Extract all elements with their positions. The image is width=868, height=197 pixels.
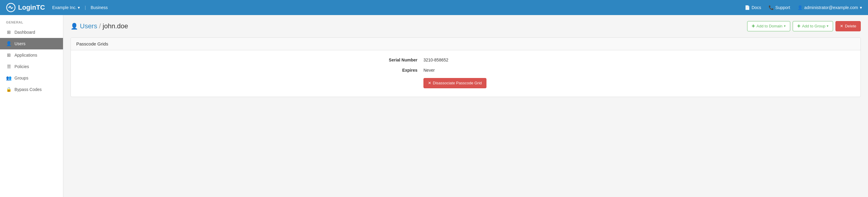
expires-row: Expires Never [375,68,556,73]
page-header: 👤 Users / john.doe ✚ Add to Domain ▾ ✚ A… [70,21,861,31]
policies-icon: ☰ [6,64,11,69]
serial-number-value: 3210-858652 [424,58,448,62]
expires-value: Never [424,68,435,73]
breadcrumb-parent[interactable]: Users [80,22,97,30]
sidebar-item-groups-label: Groups [14,76,28,80]
disassociate-x-icon: ✕ [428,80,431,86]
passcode-grids-panel: Passcode Grids Serial Number 3210-858652… [70,37,861,97]
page-title: 👤 Users / john.doe [70,22,128,30]
add-to-group-button[interactable]: ✚ Add to Group ▾ [793,21,833,31]
breadcrumb-separator: / [99,22,101,30]
sidebar: GENERAL ⊞ Dashboard 👤 Users ⊞ Applicatio… [0,15,63,197]
serial-number-label: Serial Number [375,58,417,62]
org-name: Example Inc. [52,5,76,10]
sidebar-item-policies-label: Policies [14,64,29,69]
sidebar-item-groups[interactable]: 👥 Groups [0,72,63,84]
expires-label: Expires [375,68,417,73]
users-icon: 👤 [6,41,11,46]
page-actions: ✚ Add to Domain ▾ ✚ Add to Group ▾ ✕ Del… [747,21,861,31]
brand-name: LoginTC [18,4,45,11]
docs-icon: 📄 [745,5,750,10]
groups-icon: 👥 [6,75,11,81]
page-user-icon: 👤 [70,23,78,30]
disassociate-passcode-grid-button[interactable]: ✕ Disassociate Passcode Grid [424,78,487,88]
sidebar-item-users[interactable]: 👤 Users [0,38,63,50]
brand-logo[interactable]: LoginTC [6,3,45,12]
main-content: 👤 Users / john.doe ✚ Add to Domain ▾ ✚ A… [63,15,868,197]
add-to-domain-button[interactable]: ✚ Add to Domain ▾ [747,21,790,31]
navbar-divider: | [85,5,86,10]
support-link[interactable]: 📞 Support [769,5,790,10]
serial-number-row: Serial Number 3210-858652 [375,58,556,62]
delete-x-icon: ✕ [840,24,843,29]
panel-header: Passcode Grids [71,38,861,50]
business-link[interactable]: Business [91,5,108,10]
sidebar-item-applications-label: Applications [14,53,37,58]
org-selector[interactable]: Example Inc. ▾ [52,5,80,10]
detail-table: Serial Number 3210-858652 Expires Never … [375,58,556,88]
sidebar-item-dashboard-label: Dashboard [14,30,35,35]
add-to-domain-dropdown-icon: ▾ [784,24,786,28]
user-icon-nav: 👤 [798,5,803,10]
user-dropdown-icon: ▾ [860,5,862,10]
panel-title: Passcode Grids [76,41,108,46]
applications-icon: ⊞ [6,53,11,58]
add-to-domain-plus-icon: ✚ [752,24,755,29]
sidebar-item-applications[interactable]: ⊞ Applications [0,50,63,61]
panel-body: Serial Number 3210-858652 Expires Never … [71,50,861,97]
svg-point-1 [8,7,10,8]
add-to-group-plus-icon: ✚ [797,24,801,29]
delete-button[interactable]: ✕ Delete [835,21,861,31]
sidebar-item-bypass-codes[interactable]: 🔒 Bypass Codes [0,84,63,95]
disassociate-row: ✕ Disassociate Passcode Grid [375,78,556,88]
sidebar-item-policies[interactable]: ☰ Policies [0,61,63,72]
add-to-group-dropdown-icon: ▾ [827,24,829,28]
sidebar-section-title: GENERAL [0,15,63,27]
docs-link[interactable]: 📄 Docs [745,5,761,10]
layout: GENERAL ⊞ Dashboard 👤 Users ⊞ Applicatio… [0,15,868,197]
bypass-codes-icon: 🔒 [6,87,11,92]
org-dropdown-icon: ▾ [78,5,80,10]
navbar-right: 📄 Docs 📞 Support 👤 administrator@example… [745,5,862,10]
support-icon: 📞 [769,5,774,10]
sidebar-item-bypass-codes-label: Bypass Codes [14,87,41,92]
user-menu[interactable]: 👤 administrator@example.com ▾ [798,5,862,10]
dashboard-icon: ⊞ [6,30,11,35]
logintc-logo-icon [6,3,16,12]
sidebar-item-users-label: Users [14,41,26,46]
breadcrumb-current: john.doe [103,22,128,30]
navbar: LoginTC Example Inc. ▾ | Business 📄 Docs… [0,0,868,15]
sidebar-item-dashboard[interactable]: ⊞ Dashboard [0,27,63,38]
